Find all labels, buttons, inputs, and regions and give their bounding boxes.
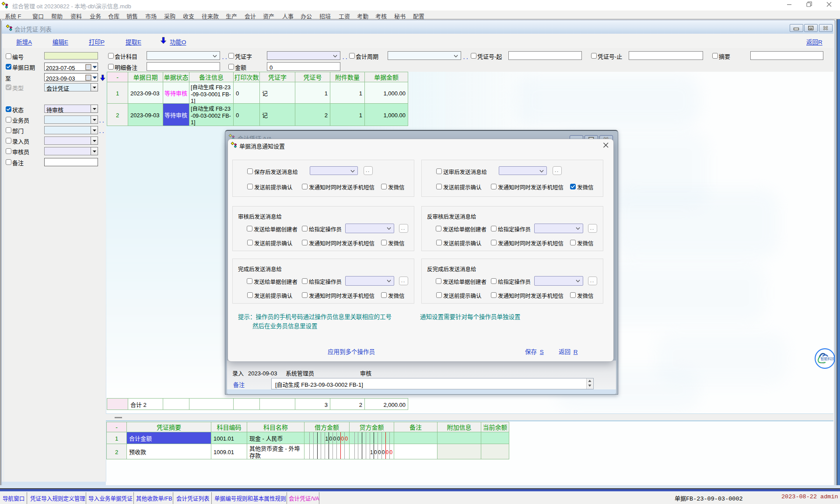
svg-text:智能科技: 智能科技 — [821, 356, 835, 361]
svg-text:HiG: HiG — [821, 362, 825, 364]
